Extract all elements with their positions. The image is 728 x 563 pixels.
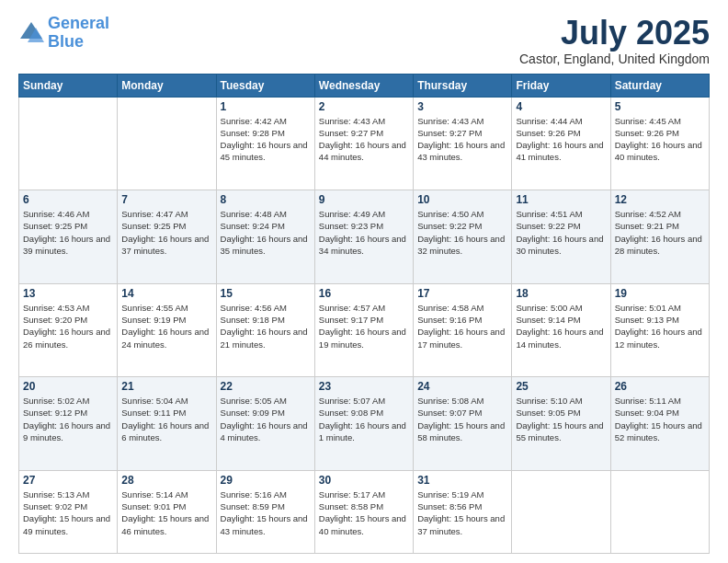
table-row xyxy=(610,470,709,553)
day-number: 24 xyxy=(417,380,507,393)
day-number: 9 xyxy=(319,193,409,206)
calendar-week-row: 1Sunrise: 4:42 AMSunset: 9:28 PMDaylight… xyxy=(19,97,710,190)
calendar-table: Sunday Monday Tuesday Wednesday Thursday… xyxy=(18,74,710,554)
table-row: 10Sunrise: 4:50 AMSunset: 9:22 PMDayligh… xyxy=(414,190,512,284)
col-tuesday: Tuesday xyxy=(216,74,314,97)
day-number: 16 xyxy=(319,287,409,300)
day-number: 11 xyxy=(516,193,606,206)
table-row: 24Sunrise: 5:08 AMSunset: 9:07 PMDayligh… xyxy=(414,377,512,471)
table-row xyxy=(512,470,610,553)
table-row xyxy=(19,97,118,190)
col-thursday: Thursday xyxy=(414,74,512,97)
table-row: 3Sunrise: 4:43 AMSunset: 9:27 PMDaylight… xyxy=(414,97,512,190)
day-number: 25 xyxy=(516,380,606,393)
day-number: 4 xyxy=(516,100,606,113)
location: Castor, England, United Kingdom xyxy=(519,52,710,66)
day-info: Sunrise: 4:58 AMSunset: 9:16 PMDaylight:… xyxy=(417,302,507,350)
calendar-week-row: 27Sunrise: 5:13 AMSunset: 9:02 PMDayligh… xyxy=(19,470,710,553)
day-number: 14 xyxy=(121,287,211,300)
table-row: 4Sunrise: 4:44 AMSunset: 9:26 PMDaylight… xyxy=(512,97,610,190)
day-info: Sunrise: 5:10 AMSunset: 9:05 PMDaylight:… xyxy=(516,395,606,443)
table-row: 29Sunrise: 5:16 AMSunset: 8:59 PMDayligh… xyxy=(216,470,314,553)
table-row: 27Sunrise: 5:13 AMSunset: 9:02 PMDayligh… xyxy=(19,470,118,553)
day-info: Sunrise: 4:46 AMSunset: 9:25 PMDaylight:… xyxy=(23,208,113,257)
day-number: 2 xyxy=(319,100,409,113)
table-row: 6Sunrise: 4:46 AMSunset: 9:25 PMDaylight… xyxy=(19,190,118,284)
calendar-week-row: 20Sunrise: 5:02 AMSunset: 9:12 PMDayligh… xyxy=(19,377,710,471)
day-number: 19 xyxy=(615,287,705,300)
table-row: 26Sunrise: 5:11 AMSunset: 9:04 PMDayligh… xyxy=(610,377,709,471)
day-info: Sunrise: 5:19 AMSunset: 8:56 PMDaylight:… xyxy=(417,488,507,537)
day-number: 8 xyxy=(221,193,311,206)
table-row: 17Sunrise: 4:58 AMSunset: 9:16 PMDayligh… xyxy=(414,283,512,377)
day-info: Sunrise: 5:14 AMSunset: 9:01 PMDaylight:… xyxy=(121,488,211,537)
day-number: 29 xyxy=(221,474,311,487)
day-info: Sunrise: 5:02 AMSunset: 9:12 PMDaylight:… xyxy=(23,395,113,443)
table-row: 23Sunrise: 5:07 AMSunset: 9:08 PMDayligh… xyxy=(314,377,413,471)
day-number: 20 xyxy=(23,380,113,393)
calendar-week-row: 6Sunrise: 4:46 AMSunset: 9:25 PMDaylight… xyxy=(19,190,710,284)
table-row: 28Sunrise: 5:14 AMSunset: 9:01 PMDayligh… xyxy=(118,470,216,553)
day-number: 17 xyxy=(417,287,507,300)
day-info: Sunrise: 5:04 AMSunset: 9:11 PMDaylight:… xyxy=(121,395,211,443)
table-row: 22Sunrise: 5:05 AMSunset: 9:09 PMDayligh… xyxy=(216,377,314,471)
day-number: 21 xyxy=(121,380,211,393)
title-area: July 2025 Castor, England, United Kingdo… xyxy=(519,15,710,66)
table-row: 14Sunrise: 4:55 AMSunset: 9:19 PMDayligh… xyxy=(118,283,216,377)
page: General Blue July 2025 Castor, England, … xyxy=(0,0,728,563)
day-number: 13 xyxy=(23,287,113,300)
day-info: Sunrise: 5:05 AMSunset: 9:09 PMDaylight:… xyxy=(221,395,311,443)
day-number: 7 xyxy=(121,193,211,206)
day-info: Sunrise: 5:08 AMSunset: 9:07 PMDaylight:… xyxy=(417,395,507,443)
day-number: 10 xyxy=(417,193,507,206)
table-row: 1Sunrise: 4:42 AMSunset: 9:28 PMDaylight… xyxy=(216,97,314,190)
day-info: Sunrise: 4:57 AMSunset: 9:17 PMDaylight:… xyxy=(319,302,409,350)
day-number: 18 xyxy=(516,287,606,300)
day-info: Sunrise: 5:16 AMSunset: 8:59 PMDaylight:… xyxy=(221,488,311,537)
day-info: Sunrise: 4:44 AMSunset: 9:26 PMDaylight:… xyxy=(516,115,606,164)
day-info: Sunrise: 4:52 AMSunset: 9:21 PMDaylight:… xyxy=(615,208,705,257)
logo-text: General Blue xyxy=(48,15,109,52)
table-row: 18Sunrise: 5:00 AMSunset: 9:14 PMDayligh… xyxy=(512,283,610,377)
table-row: 11Sunrise: 4:51 AMSunset: 9:22 PMDayligh… xyxy=(512,190,610,284)
day-info: Sunrise: 4:51 AMSunset: 9:22 PMDaylight:… xyxy=(516,208,606,257)
day-number: 5 xyxy=(615,100,705,113)
day-number: 30 xyxy=(319,474,409,487)
table-row: 8Sunrise: 4:48 AMSunset: 9:24 PMDaylight… xyxy=(216,190,314,284)
header: General Blue July 2025 Castor, England, … xyxy=(18,15,710,66)
day-info: Sunrise: 4:47 AMSunset: 9:25 PMDaylight:… xyxy=(121,208,211,257)
calendar-week-row: 13Sunrise: 4:53 AMSunset: 9:20 PMDayligh… xyxy=(19,283,710,377)
day-number: 22 xyxy=(221,380,311,393)
month-title: July 2025 xyxy=(519,15,710,52)
table-row: 13Sunrise: 4:53 AMSunset: 9:20 PMDayligh… xyxy=(19,283,118,377)
day-number: 26 xyxy=(615,380,705,393)
day-info: Sunrise: 4:48 AMSunset: 9:24 PMDaylight:… xyxy=(221,208,311,257)
day-number: 1 xyxy=(221,100,311,113)
day-info: Sunrise: 4:55 AMSunset: 9:19 PMDaylight:… xyxy=(121,302,211,350)
logo-icon xyxy=(18,20,44,46)
table-row: 12Sunrise: 4:52 AMSunset: 9:21 PMDayligh… xyxy=(610,190,709,284)
table-row: 7Sunrise: 4:47 AMSunset: 9:25 PMDaylight… xyxy=(118,190,216,284)
day-number: 27 xyxy=(23,474,113,487)
table-row: 19Sunrise: 5:01 AMSunset: 9:13 PMDayligh… xyxy=(610,283,709,377)
day-info: Sunrise: 5:11 AMSunset: 9:04 PMDaylight:… xyxy=(615,395,705,443)
day-info: Sunrise: 4:43 AMSunset: 9:27 PMDaylight:… xyxy=(319,115,409,164)
day-info: Sunrise: 4:45 AMSunset: 9:26 PMDaylight:… xyxy=(615,115,705,164)
table-row: 2Sunrise: 4:43 AMSunset: 9:27 PMDaylight… xyxy=(314,97,413,190)
day-number: 28 xyxy=(121,474,211,487)
table-row xyxy=(118,97,216,190)
table-row: 25Sunrise: 5:10 AMSunset: 9:05 PMDayligh… xyxy=(512,377,610,471)
table-row: 21Sunrise: 5:04 AMSunset: 9:11 PMDayligh… xyxy=(118,377,216,471)
day-number: 6 xyxy=(23,193,113,206)
table-row: 9Sunrise: 4:49 AMSunset: 9:23 PMDaylight… xyxy=(314,190,413,284)
table-row: 30Sunrise: 5:17 AMSunset: 8:58 PMDayligh… xyxy=(314,470,413,553)
col-friday: Friday xyxy=(512,74,610,97)
day-number: 12 xyxy=(615,193,705,206)
calendar-header-row: Sunday Monday Tuesday Wednesday Thursday… xyxy=(19,74,710,97)
logo: General Blue xyxy=(18,15,109,52)
day-info: Sunrise: 4:49 AMSunset: 9:23 PMDaylight:… xyxy=(319,208,409,257)
table-row: 5Sunrise: 4:45 AMSunset: 9:26 PMDaylight… xyxy=(610,97,709,190)
day-info: Sunrise: 4:42 AMSunset: 9:28 PMDaylight:… xyxy=(221,115,311,164)
day-number: 23 xyxy=(319,380,409,393)
col-saturday: Saturday xyxy=(610,74,709,97)
